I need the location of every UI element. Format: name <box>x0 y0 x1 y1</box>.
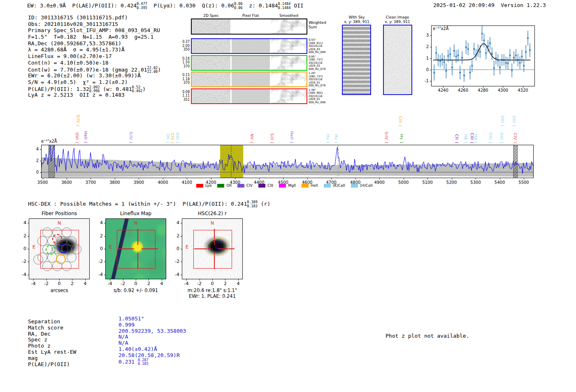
info-line-text: ) <box>158 66 161 72</box>
linefit-ytick: -1 <box>420 79 429 83</box>
cutout-ytick: 0 <box>18 246 26 251</box>
line-label-h: Hγ { <box>334 134 339 144</box>
linefit-xtick: 4300 <box>495 88 510 93</box>
tick <box>238 279 239 281</box>
line-label-ovi: OVI { <box>75 132 79 144</box>
hsc-dex-text: HSC-DEX : Possible Matches = 1 (within +… <box>28 201 247 207</box>
cutout-caption-0: arcsecs <box>16 288 102 293</box>
info-line-text: λ = 4280.68Å σ = 4.95(±1.73)Å <box>28 46 125 53</box>
clean-coords: x, y: 389, 911 <box>381 20 414 24</box>
cutout-ytick: -2 <box>171 259 179 264</box>
tick <box>104 223 105 223</box>
summary-header-text: z: 0.1484 <box>243 2 278 9</box>
legend-label: CIII <box>267 183 273 188</box>
cutout-box-0: NE <box>29 218 90 279</box>
line-label-heii: HeII { <box>290 131 294 144</box>
linefit-xtick: 4240 <box>436 88 451 93</box>
line-label-ciii: CIII { <box>398 116 403 127</box>
tick <box>149 279 149 281</box>
clean-image <box>383 25 412 95</box>
cutout-ytick: -4 <box>171 272 179 277</box>
cutout-xtick: 4 <box>232 281 244 286</box>
cutout-ytick: -2 <box>18 259 26 264</box>
north-label: N <box>134 220 137 226</box>
match-table-values: 1.05051"0.999200.592239, 53.358003N/AN/A… <box>118 315 186 364</box>
info-line-9: EWr = 6.20(±2.00) (w: 3.30(±0.99))Å <box>28 72 161 79</box>
legend-label: (K)CaII <box>333 183 345 188</box>
legend-item-mgii: MgII <box>279 183 296 188</box>
match-value: 1.40(±0.42)Å <box>118 346 186 352</box>
left-label-line: 370 <box>177 81 190 85</box>
legend-swatch <box>324 184 331 188</box>
spectrum-xtick: 4000 <box>155 180 171 185</box>
info-line-text: EWr = 6.20(±2.00) (w: 3.30(±0.99))Å <box>28 72 141 79</box>
legend-swatch <box>258 184 265 188</box>
cutout-xtick: -4 <box>180 281 193 286</box>
tick <box>46 279 47 281</box>
spec2d-row <box>191 19 307 35</box>
spec2d-row-right-labels: 0.95"(390, 737)20210116v028_02008_RU_079 <box>309 56 333 71</box>
frac-bottom: 0.1484 <box>278 6 291 10</box>
info-line-7: Cont(n) = 4.10(±0.50)e-18 <box>28 60 161 66</box>
line-label-h: Hγ { <box>399 134 404 144</box>
tick <box>104 275 105 275</box>
weighted-sum-label: WeightedSum <box>309 21 326 30</box>
hsc-dex-text: (r) <box>258 201 270 207</box>
info-line-8: Cont(w) = 7.70(±0.07)e-18 (gmag 22.0122.… <box>28 66 161 73</box>
tick <box>28 249 29 249</box>
tick <box>427 178 428 179</box>
right-label-line: 008_RU_079 <box>309 68 333 71</box>
match-value-fraction: 0.2870.185 <box>138 358 149 366</box>
cutout-box-2: NE <box>182 218 243 279</box>
line-label-heii: HeII { <box>84 131 88 144</box>
spec2d-row-left-labels: 0.081.11351 <box>177 90 190 102</box>
tick <box>283 178 283 179</box>
tick <box>181 275 182 275</box>
left-label-line: 1.18 <box>177 77 190 81</box>
cutout-title-0: Fiber Positions <box>21 211 98 216</box>
tick <box>110 279 110 281</box>
spectrum-plot-box <box>41 145 534 178</box>
tick <box>187 178 187 179</box>
cutout-ytick: 4 <box>171 220 179 225</box>
cutout-ytick: -4 <box>95 272 103 277</box>
north-label: N <box>58 220 61 226</box>
tick <box>163 178 163 179</box>
legend-label: OII <box>226 183 231 188</box>
cutout-title-1: Lineflux Map <box>97 211 174 216</box>
line-label-oii: OII { <box>166 134 170 144</box>
line-label-h: Hβ { <box>474 134 478 144</box>
spectrum-units-annotation: e⁻¹⁷x2Å <box>41 139 57 144</box>
frac-bottom: 0.462 <box>132 89 143 93</box>
legend-label: HeII <box>311 183 318 188</box>
info-line-text: LineFlux = 9.00(±2.70)e-17 <box>28 53 112 59</box>
spectrum-xtick: 3800 <box>107 180 123 185</box>
tick <box>452 178 452 179</box>
linefit-plot <box>431 26 535 86</box>
info-line-text: Cont(n) = 4.10(±0.50)e-18 <box>28 60 109 66</box>
line-label-oiii: OIII { <box>499 132 504 144</box>
tick <box>430 47 431 47</box>
legend-item-ciii: CIII <box>258 183 273 188</box>
spectrum-legend: LyαOIICIVCIIIMgIIHeII(K)CaII(H)CaII <box>196 183 373 188</box>
spec2d-cell <box>192 89 230 103</box>
tick <box>463 86 464 88</box>
spec2d-row <box>191 72 307 87</box>
info-line-0: ID: 3011316715 (3011316715.pdf) <box>28 14 161 21</box>
line-label-siii: SiII { <box>270 133 274 144</box>
tick <box>162 279 162 281</box>
info-line-text: P(LAE)/P(OII): 1.32 <box>28 86 89 92</box>
match-label: Est LyA rest-EW <box>28 349 76 355</box>
tick <box>181 223 182 223</box>
line-label-oiii: OIII { <box>175 132 180 144</box>
legend-swatch <box>196 184 203 188</box>
info-line-text: ) <box>142 86 146 92</box>
cutout-ytick: 2 <box>171 233 179 239</box>
tick <box>307 178 308 179</box>
tick <box>379 178 380 179</box>
left-label-line: 0.16 <box>177 57 190 61</box>
linefit-xtick: 4260 <box>456 88 471 93</box>
catalog-position-square <box>216 243 221 248</box>
tick <box>430 58 431 59</box>
col-header-pixelflat: Pixel Flat <box>232 14 269 18</box>
